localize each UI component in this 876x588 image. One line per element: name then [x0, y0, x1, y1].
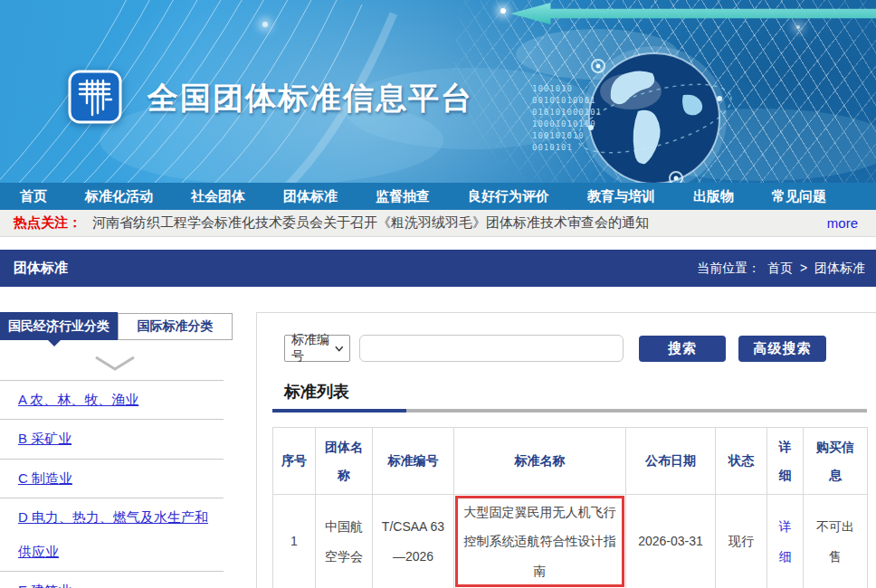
page: 1001010 00101010001 010101000101 1000101… [0, 0, 876, 588]
section-title: 团体标准 [14, 260, 68, 277]
sparkle-decoration [500, 8, 506, 14]
more-link[interactable]: more [827, 215, 858, 231]
breadcrumb-current: 团体标准 [814, 261, 865, 275]
nav-item-group-standards[interactable]: 团体标准 [283, 188, 338, 205]
tab-label: 国际标准分类 [138, 318, 214, 335]
breadcrumb: 当前位置： 首页 > 团体标准 [693, 261, 865, 277]
search-input[interactable] [359, 335, 624, 362]
sidebar-item-c-manufacturing[interactable]: C 制造业 [18, 470, 72, 486]
standard-list-title: 标准列表 [284, 381, 868, 403]
list-item: E 建筑业 [0, 572, 224, 588]
sidebar: 国民经济行业分类 国际标准分类 A 农、林、牧、渔业 B 采矿业 C 制造业 D… [0, 312, 256, 588]
title-underline-accent [272, 409, 406, 413]
list-item: B 采矿业 [0, 420, 224, 459]
nav-item-publications[interactable]: 出版物 [693, 188, 734, 205]
hot-topics-label: 热点关注： [14, 214, 81, 232]
header-date: 公布日期 [626, 428, 716, 495]
category-list: A 农、林、牧、渔业 B 采矿业 C 制造业 D 电力、热力、燃气及水生产和供应… [0, 380, 224, 588]
cell-date: 2026-03-31 [626, 495, 716, 588]
nav-item-supervision-check[interactable]: 监督抽查 [376, 188, 430, 205]
search-button[interactable]: 搜索 [639, 336, 726, 362]
sparkle-decoration [796, 25, 800, 29]
select-chevron-down-icon [335, 346, 344, 352]
hot-topics-bar: 热点关注： 河南省纺织工程学会标准化技术委员会关于召开《粗洗羽绒羽毛》团体标准技… [0, 210, 876, 237]
standard-name-text: 大型固定翼民用无人机飞行控制系统适航符合性设计指南 [464, 505, 616, 577]
tab-national-economy-classification[interactable]: 国民经济行业分类 [0, 312, 118, 340]
sparkle-decoration [262, 22, 268, 27]
tab-label: 国民经济行业分类 [8, 318, 110, 335]
main-nav: 首页 标准化活动 社会团体 团体标准 监督抽查 良好行为评价 教育与培训 出版物… [0, 183, 876, 210]
cell-standard-name: 大型固定翼民用无人机飞行控制系统适航符合性设计指南 [454, 495, 626, 588]
chevron-down-icon [94, 356, 136, 372]
header-detail: 详细 [767, 428, 804, 495]
search-row: 标准编号 搜索 高级搜索 [284, 335, 868, 362]
detail-link[interactable]: 详细 [779, 519, 792, 563]
nav-item-home[interactable]: 首页 [20, 188, 47, 205]
nav-item-faq[interactable]: 常见问题 [772, 188, 826, 205]
nav-item-good-behavior-evaluation[interactable]: 良好行为评价 [468, 188, 549, 205]
title-underline [272, 409, 867, 413]
sidebar-item-a-agriculture[interactable]: A 农、林、牧、渔业 [18, 392, 138, 407]
header-name: 标准名称 [454, 428, 626, 495]
site-title: 全国团体标准信息平台 [148, 78, 473, 119]
section-bar: 团体标准 当前位置： 首页 > 团体标准 [0, 250, 876, 287]
cell-org: 中国航空学会 [316, 495, 373, 588]
header-code: 标准编号 [373, 428, 454, 495]
select-value: 标准编号 [291, 332, 335, 365]
header-org: 团体名称 [316, 428, 373, 495]
banner: 1001010 00101010001 010101000101 1000101… [0, 0, 876, 183]
sidebar-item-e-construction[interactable]: E 建筑业 [18, 583, 71, 588]
cell-index: 1 [273, 495, 316, 588]
list-item: D 电力、热力、燃气及水生产和供应业 [0, 498, 224, 573]
binary-digits-decoration: 1001010 00101010001 010101000101 1000101… [532, 83, 603, 154]
main-panel: 标准编号 搜索 高级搜索 标准列表 [256, 312, 876, 588]
content-area: 国民经济行业分类 国际标准分类 A 农、林、牧、渔业 B 采矿业 C 制造业 D… [0, 312, 876, 588]
table-row: 1 中国航空学会 T/CSAA 63—2026 大型固定翼民用无人机飞行控制系统… [273, 495, 868, 588]
nav-item-standardization-activities[interactable]: 标准化活动 [85, 188, 153, 205]
sidebar-tabs: 国民经济行业分类 国际标准分类 [0, 312, 256, 340]
hot-topic-notice-link[interactable]: 河南省纺织工程学会标准化技术委员会关于召开《粗洗羽绒羽毛》团体标准技术审查会的通… [92, 214, 649, 232]
header-index: 序号 [273, 428, 316, 495]
breadcrumb-separator: > [800, 261, 807, 275]
platform-logo-icon[interactable] [68, 70, 122, 124]
cell-purchase: 不可出售 [804, 495, 868, 588]
advanced-search-button[interactable]: 高级搜索 [738, 336, 826, 362]
search-field-select[interactable]: 标准编号 [284, 335, 350, 362]
nav-item-social-organizations[interactable]: 社会团体 [191, 188, 245, 205]
sidebar-item-b-mining[interactable]: B 采矿业 [18, 431, 71, 446]
sidebar-item-d-electricity-gas-water[interactable]: D 电力、热力、燃气及水生产和供应业 [18, 509, 208, 559]
cell-status: 现行 [716, 495, 767, 588]
list-item: C 制造业 [0, 460, 224, 498]
active-tab-pointer [48, 340, 61, 346]
cell-detail: 详细 [767, 495, 804, 588]
breadcrumb-label: 当前位置： [697, 261, 760, 275]
cell-code: T/CSAA 63—2026 [373, 495, 454, 588]
header-purchase: 购买信息 [804, 428, 868, 495]
table-header-row: 序号 团体名称 标准编号 标准名称 公布日期 状态 详细 购买信息 [273, 428, 868, 495]
breadcrumb-home-link[interactable]: 首页 [767, 261, 793, 275]
header-status: 状态 [716, 428, 767, 495]
standards-table: 序号 团体名称 标准编号 标准名称 公布日期 状态 详细 购买信息 1 中国航空… [272, 427, 868, 588]
nav-item-education-training[interactable]: 教育与培训 [587, 188, 655, 205]
list-item: A 农、林、牧、渔业 [0, 381, 224, 420]
tab-international-standard-classification[interactable]: 国际标准分类 [118, 313, 233, 340]
